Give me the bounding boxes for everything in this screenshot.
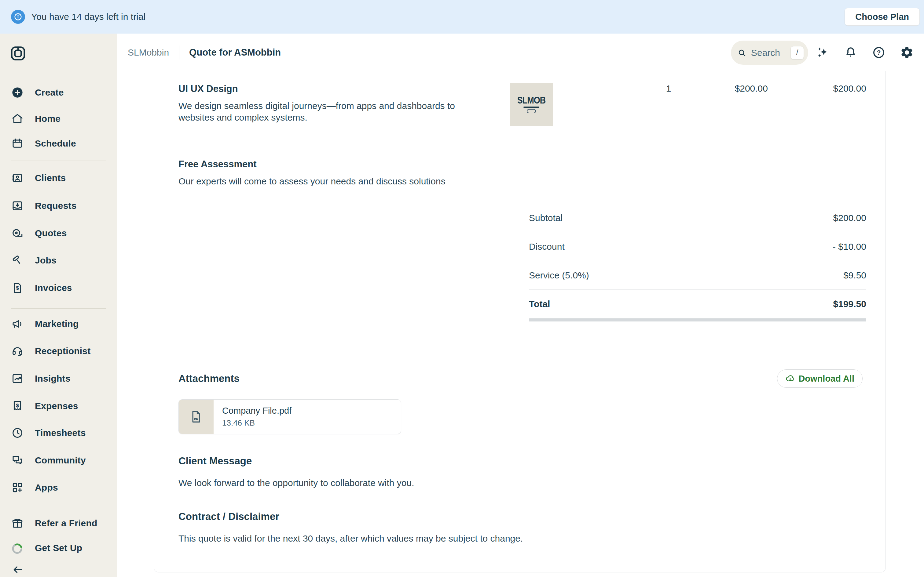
sidebar-item-label: Insights — [35, 373, 71, 384]
discount-value: - $10.00 — [833, 242, 866, 252]
attachment-file-size: 13.46 KB — [222, 418, 291, 428]
totals-bottom-bar — [529, 318, 866, 321]
sidebar-item-label: Apps — [35, 482, 58, 493]
svg-text:$: $ — [16, 403, 19, 408]
sidebar-item-label: Clients — [35, 173, 66, 183]
discount-label: Discount — [529, 242, 565, 252]
contract-disclaimer-text: This quote is valid for the next 30 days… — [178, 533, 523, 544]
line-item-description: We design seamless digital journeys—from… — [178, 100, 481, 123]
sidebar-item-refer-a-friend[interactable]: Refer a Friend — [0, 515, 117, 532]
sidebar-item-quotes[interactable]: Quotes — [0, 225, 117, 242]
service-fee-value: $9.50 — [843, 270, 866, 280]
receipt-icon: $ — [11, 400, 24, 413]
svg-text:$: $ — [16, 285, 19, 291]
sidebar-item-label: Jobs — [35, 255, 57, 266]
subtotal-row: Subtotal $200.00 — [529, 204, 866, 232]
sidebar-item-label: Home — [35, 114, 60, 124]
plus-circle-icon — [11, 86, 24, 99]
app-window: You have 14 days left in trial Choose Pl… — [0, 0, 924, 577]
search-icon — [737, 48, 747, 58]
sidebar-item-label: Receptionist — [35, 346, 90, 356]
sidebar-item-home[interactable]: Home — [0, 110, 117, 127]
total-label: Total — [529, 299, 550, 309]
sidebar-item-community[interactable]: Community — [0, 452, 117, 469]
setup-progress-icon — [11, 542, 24, 554]
help-icon[interactable]: ? — [872, 45, 886, 60]
sidebar-item-clients[interactable]: Clients — [0, 169, 117, 187]
client-message-text: We look forward to the opportunity to co… — [178, 478, 414, 488]
page-header: SLMobbin Quote for ASMobbin Search / ? — [117, 34, 924, 71]
line-item-thumbnail[interactable]: SLMOB — [510, 83, 553, 126]
attachments-heading: Attachments — [178, 373, 239, 384]
sidebar-item-schedule[interactable]: Schedule — [0, 135, 117, 152]
sidebar-item-insights[interactable]: Insights — [0, 370, 117, 387]
sidebar-item-label: Get Set Up — [35, 543, 82, 553]
line-item-unit-price: $200.00 — [689, 83, 768, 94]
download-all-button[interactable]: Download All — [777, 369, 863, 388]
trial-banner: You have 14 days left in trial Choose Pl… — [0, 0, 924, 34]
notifications-bell-icon[interactable] — [844, 45, 858, 60]
search-placeholder: Search — [751, 48, 780, 58]
settings-gear-icon[interactable] — [900, 45, 914, 60]
contract-disclaimer-heading: Contract / Disclaimer — [178, 511, 279, 522]
page-title: Quote for ASMobbin — [189, 47, 281, 58]
sidebar-item-label: Invoices — [35, 283, 72, 293]
subtotal-value: $200.00 — [833, 213, 866, 223]
chat-bubbles-icon — [11, 454, 24, 467]
apps-grid-icon — [11, 481, 24, 494]
hammer-icon — [11, 254, 24, 267]
service-fee-label: Service (5.0%) — [529, 270, 589, 280]
pdf-file-icon — [179, 400, 213, 434]
choose-plan-button[interactable]: Choose Plan — [845, 8, 920, 26]
thumbnail-decor-badge — [527, 109, 536, 113]
sidebar-item-timesheets[interactable]: Timesheets — [0, 424, 117, 442]
search-shortcut-key: / — [790, 46, 804, 60]
breadcrumb: SLMobbin Quote for ASMobbin — [128, 34, 281, 71]
sidebar-item-label: Community — [35, 455, 86, 466]
sidebar-divider — [11, 308, 106, 309]
trial-message: You have 14 days left in trial — [31, 0, 145, 34]
contact-card-icon — [11, 172, 24, 184]
sidebar-item-label: Quotes — [35, 228, 67, 239]
thumbnail-decor-line — [523, 106, 539, 108]
clock-icon — [11, 427, 24, 439]
invoice-document-icon: $ — [11, 282, 24, 294]
sidebar-item-get-set-up[interactable]: Get Set Up — [0, 540, 117, 556]
inbox-request-icon — [11, 199, 24, 212]
line-item-qty: 1 — [644, 83, 693, 94]
sidebar-item-jobs[interactable]: Jobs — [0, 252, 117, 269]
sidebar-item-marketing[interactable]: Marketing — [0, 315, 117, 332]
sidebar-item-apps[interactable]: Apps — [0, 479, 117, 496]
download-all-label: Download All — [798, 374, 855, 384]
attachment-file-meta: Company File.pdf 13.46 KB — [213, 400, 291, 434]
ai-sparkles-icon[interactable] — [816, 45, 830, 60]
sidebar-divider — [11, 161, 106, 161]
attachment-file-name: Company File.pdf — [222, 406, 291, 416]
sidebar: Create Home Schedule Clients Requests — [0, 34, 117, 577]
line-item-name: Free Assessment — [178, 159, 257, 170]
tape-measure-icon — [11, 227, 24, 240]
collapse-sidebar-arrow-icon[interactable] — [9, 561, 26, 577]
subtotal-label: Subtotal — [529, 213, 562, 223]
info-icon — [11, 10, 25, 24]
cloud-download-icon — [785, 374, 795, 384]
breadcrumb-client[interactable]: SLMobbin — [128, 47, 169, 58]
line-item-total: $200.00 — [787, 83, 866, 94]
sidebar-item-requests[interactable]: Requests — [0, 197, 117, 214]
breadcrumb-divider — [179, 45, 179, 60]
sidebar-item-label: Requests — [35, 201, 77, 211]
sidebar-item-create[interactable]: Create — [0, 84, 117, 101]
sidebar-item-invoices[interactable]: $ Invoices — [0, 279, 117, 297]
app-logo-icon[interactable] — [10, 45, 27, 62]
search-input[interactable]: Search / — [731, 40, 808, 65]
sidebar-item-label: Expenses — [35, 401, 78, 411]
sidebar-item-label: Timesheets — [35, 428, 86, 438]
svg-text:?: ? — [877, 49, 881, 56]
client-message-heading: Client Message — [178, 455, 252, 467]
line-item-description: Our experts will come to assess your nee… — [178, 176, 481, 187]
sidebar-item-receptionist[interactable]: Receptionist — [0, 343, 117, 359]
sidebar-divider — [11, 507, 106, 507]
sidebar-item-label: Marketing — [35, 319, 79, 329]
sidebar-item-expenses[interactable]: $ Expenses — [0, 398, 117, 414]
attachment-file-card[interactable]: Company File.pdf 13.46 KB — [178, 399, 401, 434]
